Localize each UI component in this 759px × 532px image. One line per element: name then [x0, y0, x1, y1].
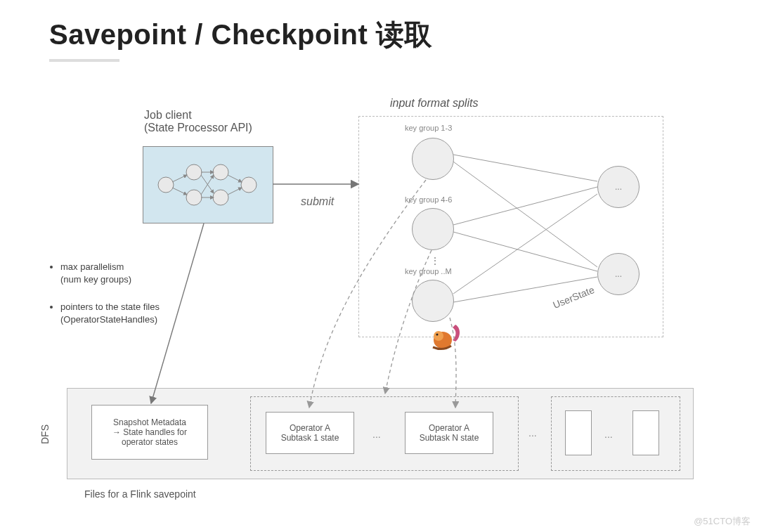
user-state-node-2-text: ...: [615, 269, 622, 279]
svg-point-0: [158, 177, 174, 193]
svg-point-3: [213, 164, 228, 180]
input-format-splits-box: [358, 116, 663, 337]
key-group-2-label: key group 4-6: [405, 195, 452, 204]
svg-point-16: [436, 334, 439, 336]
bullet-1: max parallelism (num key groups): [60, 261, 160, 285]
files-caption: Files for a Flink savepoint: [84, 488, 196, 500]
info-bullets: max parallelism (num key groups) pointer…: [48, 261, 160, 341]
snapshot-metadata-card: Snapshot Metadata → State handles for op…: [91, 405, 208, 460]
page-title: Savepoint / Checkpoint 读取: [49, 15, 433, 54]
operator-card-n: Operator ASubtask N state: [405, 412, 493, 454]
job-client-box: [143, 146, 273, 223]
operator-card-1: Operator ASubtask 1 state: [266, 412, 354, 454]
opn-line2: Subtask N state: [420, 433, 479, 443]
snapshot-line3: operator states: [122, 437, 178, 447]
title-underline: [49, 59, 119, 62]
key-group-m-node: [412, 280, 454, 322]
snapshot-line2: → State handles for: [112, 427, 187, 437]
svg-point-4: [213, 190, 228, 205]
dfs-label: DFS: [39, 424, 51, 444]
job-client-line1: Job client: [144, 109, 192, 121]
op1-line2: Subtask 1 state: [281, 433, 339, 443]
extra-card-2: [632, 410, 659, 455]
bullet-1-line1: max parallelism: [60, 261, 124, 272]
operator-dots-right: ...: [528, 427, 537, 439]
user-state-node-1: ...: [597, 166, 640, 208]
watermark: @51CTO博客: [694, 515, 751, 528]
extra-dots: ...: [604, 429, 613, 440]
opn-line1: Operator A: [429, 423, 469, 433]
submit-label: submit: [301, 195, 334, 208]
job-client-label: Job client (State Processor API): [144, 109, 252, 134]
svg-point-5: [241, 177, 257, 193]
svg-point-1: [186, 164, 202, 180]
extra-card-1: [565, 410, 592, 455]
svg-point-2: [186, 190, 202, 205]
key-group-1-label: key group 1-3: [405, 124, 452, 132]
key-group-m-label: key group ..M: [405, 267, 452, 275]
svg-point-15: [434, 331, 443, 341]
bullet-2-line1: pointers to the state files: [60, 301, 160, 312]
operator-dots-mid: ...: [372, 429, 381, 440]
bullet-1-line2: (num key groups): [60, 274, 131, 285]
user-state-node-2: ...: [597, 253, 640, 295]
key-group-2-node: [412, 208, 454, 250]
flink-squirrel-icon: [427, 320, 462, 353]
svg-line-6: [172, 175, 187, 182]
job-client-dag: [143, 147, 273, 223]
key-group-vdots: ⋮: [430, 255, 442, 266]
svg-line-7: [172, 188, 187, 195]
user-state-node-1-text: ...: [615, 182, 622, 192]
job-client-line2: (State Processor API): [144, 122, 252, 134]
snapshot-line1: Snapshot Metadata: [113, 417, 186, 427]
input-format-splits-title: input format splits: [390, 97, 478, 110]
svg-line-12: [228, 175, 242, 182]
svg-line-13: [228, 188, 242, 195]
bullet-2-line2: (OperatorStateHandles): [60, 314, 157, 325]
op1-line1: Operator A: [290, 423, 330, 433]
bullet-2: pointers to the state files (OperatorSta…: [60, 301, 160, 325]
key-group-1-node: [412, 138, 454, 180]
